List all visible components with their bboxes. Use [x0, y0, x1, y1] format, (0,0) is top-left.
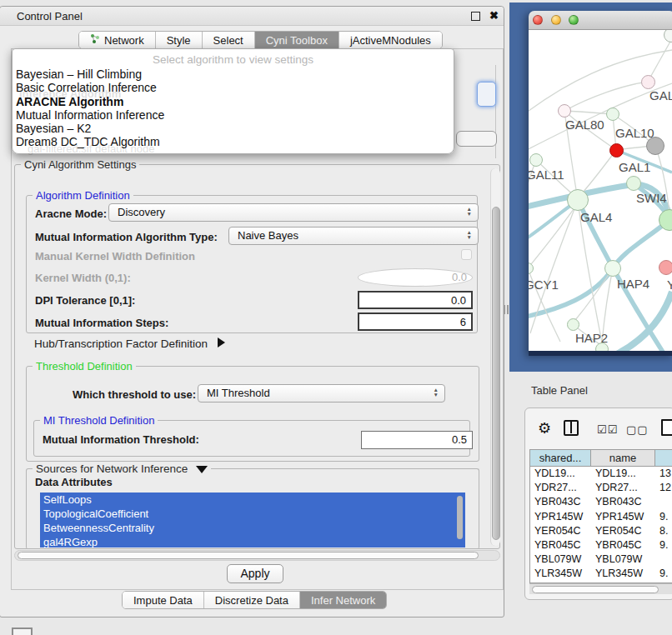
network-node[interactable]: [641, 75, 655, 89]
algorithm-option[interactable]: ARACNE Algorithm: [16, 95, 449, 108]
table-row[interactable]: YBL079WYBL079W: [530, 552, 672, 567]
network-node[interactable]: [567, 318, 579, 331]
mi-threshold-field[interactable]: 0.5: [361, 431, 473, 449]
table-row[interactable]: YLR345WYLR345W9.: [530, 567, 672, 581]
scrollbar-thumb[interactable]: [532, 586, 659, 593]
network-node[interactable]: [626, 176, 641, 191]
zoom-traffic-light[interactable]: [569, 15, 579, 25]
table-cell: YDL19...: [591, 467, 655, 481]
table-cell: YBL079W: [530, 552, 591, 567]
settings-vertical-scrollbar[interactable]: [490, 168, 500, 546]
algorithm-option[interactable]: Mutual Information Inference: [16, 108, 449, 122]
close-icon[interactable]: ✖: [489, 9, 499, 22]
column-header[interactable]: [655, 450, 672, 466]
stepper-icon: ▲▼: [467, 207, 472, 217]
network-node[interactable]: [646, 137, 664, 155]
network-view-window: GALGAL80GAL10GAL1GAL11SWI4GAL4GCY1HAP4YH…: [529, 11, 672, 356]
algorithm-option[interactable]: Bayesian – K2: [16, 122, 449, 135]
table-cell: 13: [655, 467, 672, 481]
table-horizontal-scrollbar[interactable]: [529, 583, 672, 594]
cyni-bottom-tabs: Impute Data Discretize Data Infer Networ…: [122, 591, 387, 609]
tab-cyni-toolbox[interactable]: Cyni Toolbox: [255, 32, 339, 48]
network-node[interactable]: [604, 260, 621, 277]
network-graph-view[interactable]: GALGAL80GAL10GAL1GAL11SWI4GAL4GCY1HAP4YH…: [529, 30, 672, 351]
network-window-titlebar[interactable]: [529, 11, 672, 30]
aracne-mode-combo[interactable]: Discovery ▲▼: [108, 203, 479, 222]
new-table-icon[interactable]: [661, 419, 672, 436]
network-node[interactable]: [567, 189, 589, 211]
node-table: shared...name YDL19...YDL19...13YDR27...…: [529, 449, 672, 583]
scrollbar-thumb[interactable]: [18, 552, 479, 559]
tab-label: Select: [213, 34, 243, 47]
node-label: GAL11: [529, 168, 564, 182]
table-row[interactable]: YPR145WYPR145W9.: [530, 510, 672, 524]
threshold-definition-group: Threshold Definition Which threshold to …: [26, 366, 479, 462]
combo-value: Naive Bayes: [238, 229, 298, 242]
table-cell: 12: [655, 481, 672, 495]
expanded-arrow-icon[interactable]: [196, 466, 208, 473]
settings-horizontal-scrollbar[interactable]: [14, 550, 500, 561]
column-header[interactable]: shared...: [530, 450, 591, 466]
network-node[interactable]: [609, 143, 624, 158]
table-row[interactable]: YBR045CYBR045C9.: [530, 538, 672, 552]
panel-sash-grip[interactable]: [504, 305, 509, 314]
dpi-tolerance-field[interactable]: 0.0: [358, 291, 473, 309]
scrollbar-thumb[interactable]: [492, 207, 500, 540]
tab-style[interactable]: Style: [156, 32, 203, 48]
hub-definition-expander[interactable]: Hub/Transcription Factor Definition: [34, 338, 225, 350]
combo-value: MI Threshold: [207, 387, 270, 399]
float-window-icon[interactable]: [471, 12, 480, 21]
table-cell: YDR27...: [530, 481, 591, 495]
network-node[interactable]: [606, 108, 619, 121]
cyni-algorithm-settings-group: Cyni Algorithm Settings Algorithm Defini…: [14, 164, 500, 549]
minimize-traffic-light[interactable]: [551, 15, 561, 25]
close-traffic-light[interactable]: [533, 15, 543, 25]
attribute-list-item[interactable]: SelfLoops: [40, 492, 465, 507]
table-cell: [655, 495, 672, 509]
table-row[interactable]: YER054CYER054C8.: [530, 524, 672, 538]
tab-discretize-data[interactable]: Discretize Data: [204, 592, 300, 608]
deselect-all-columns-icon[interactable]: ▢▢: [626, 423, 649, 436]
gear-icon[interactable]: ⚙: [538, 421, 551, 436]
mi-type-combo[interactable]: Naive Bayes ▲▼: [228, 227, 479, 245]
table-header-row: shared...name: [530, 450, 672, 467]
table-row[interactable]: YDR27...YDR27...12: [530, 481, 672, 495]
select-all-columns-icon[interactable]: ☑☑: [597, 423, 618, 436]
tab-select[interactable]: Select: [203, 32, 255, 48]
columns-icon[interactable]: [564, 420, 579, 436]
algorithm-option[interactable]: Bayesian – Hill Climbing: [16, 68, 449, 81]
data-attributes-list[interactable]: SelfLoopsTopologicalCoefficientBetweenne…: [40, 492, 465, 548]
kernel-width-field[interactable]: 0.0: [358, 268, 473, 287]
table-row[interactable]: YBR043CYBR043C: [530, 495, 672, 509]
table-cell: YER054C: [530, 524, 591, 538]
network-window-bottom-border: [529, 351, 672, 356]
apply-button[interactable]: Apply: [227, 564, 283, 583]
which-threshold-combo[interactable]: MI Threshold ▲▼: [198, 384, 445, 402]
tab-network[interactable]: Network: [79, 32, 156, 48]
manual-kernel-checkbox[interactable]: [461, 249, 472, 260]
combo-value: Discovery: [118, 206, 165, 218]
list-scrollbar-thumb[interactable]: [457, 496, 463, 539]
table-cell: YLR345W: [591, 567, 655, 581]
network-node[interactable]: [529, 153, 543, 167]
tab-jactivemnodules[interactable]: jActiveMNodules: [339, 32, 442, 48]
mi-steps-field[interactable]: 6: [358, 312, 473, 331]
table-cell: YBR045C: [530, 538, 591, 552]
tab-infer-network[interactable]: Infer Network: [300, 592, 386, 608]
background-combo-fragment: [456, 131, 497, 147]
table-row[interactable]: YDL19...YDL19...13: [530, 467, 672, 481]
tab-impute-data[interactable]: Impute Data: [123, 592, 204, 608]
network-node[interactable]: [558, 104, 571, 118]
network-node[interactable]: [659, 260, 672, 275]
group-title: Sources for Network Inference: [33, 462, 211, 475]
attribute-list-item[interactable]: gal4RGexp: [40, 535, 465, 548]
algorithm-option[interactable]: Dream8 DC_TDC Algorithm: [16, 135, 449, 148]
attribute-list-item[interactable]: TopologicalCoefficient: [40, 507, 465, 521]
collapsed-panel-icon[interactable]: [12, 628, 33, 635]
network-node[interactable]: [595, 342, 609, 351]
column-header[interactable]: name: [591, 450, 655, 466]
attribute-list-item[interactable]: BetweennessCentrality: [40, 521, 465, 535]
algorithm-option[interactable]: Basic Correlation Inference: [16, 81, 449, 94]
mi-type-label: Mutual Information Algorithm Type:: [35, 231, 218, 243]
stepper-icon: ▲▼: [434, 388, 439, 398]
